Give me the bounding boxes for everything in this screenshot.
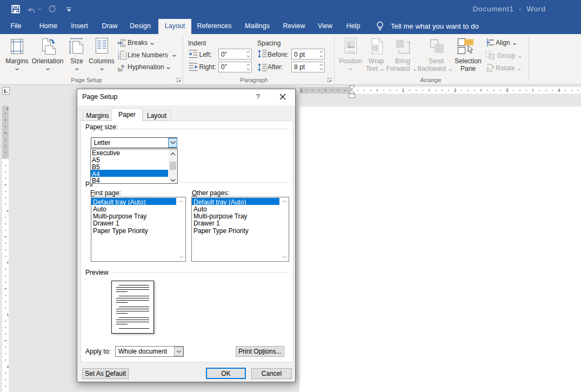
svg-text:2: 2 [453, 88, 456, 93]
svg-text:3: 3 [6, 313, 9, 316]
svg-text:4: 4 [6, 365, 9, 368]
svg-text:1: 1 [6, 209, 9, 212]
svg-text:1: 1 [6, 107, 9, 110]
svg-text:4: 4 [557, 88, 560, 93]
svg-text:1: 1 [402, 88, 404, 93]
svg-text:bc: bc [118, 67, 123, 72]
svg-text:3: 3 [118, 57, 119, 59]
svg-text:2: 2 [6, 261, 9, 264]
svg-text:3: 3 [505, 88, 508, 93]
svg-text:1: 1 [300, 88, 303, 93]
